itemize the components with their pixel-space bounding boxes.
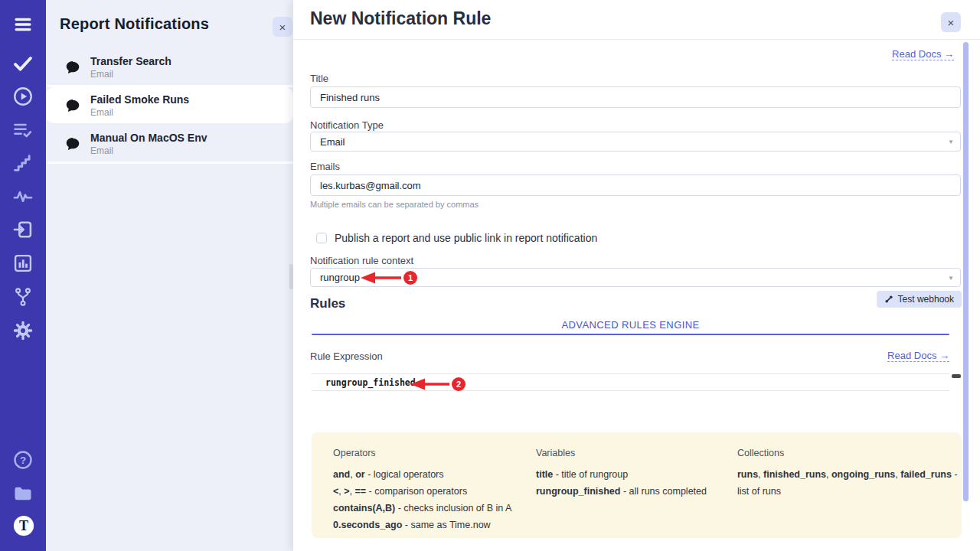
chat-bubble-icon [64,135,81,152]
modal-close-button[interactable]: × [941,12,961,32]
sidebar-item-check[interactable] [12,53,34,74]
help-line: 0.seconds_ago - same as Time.now [333,520,511,530]
sidebar-item-logo[interactable]: T [12,514,35,537]
help-line: title - title of rungroup [536,470,707,480]
notification-list: Transfer SearchEmailFailed Smoke RunsEma… [46,49,293,164]
close-icon: × [948,17,955,28]
help-column-operators: Operatorsand, or - logical operators<, >… [333,448,511,537]
rules-heading: Rules [310,296,345,311]
svg-text:T: T [19,518,28,533]
item-title: Transfer Search [90,55,172,67]
sign-in-icon [12,219,34,240]
webhook-icon [884,295,893,304]
sidebar-item-menu[interactable] [12,14,34,35]
emails-label: Emails [310,161,340,172]
sidebar-item-play[interactable] [12,86,34,107]
close-icon: × [279,21,286,33]
rule-expression-code: rungroup_finished [325,377,416,388]
help-column-heading: Collections [737,448,958,458]
help-line: rungroup_finished - all runs completed [536,487,707,497]
notification-type-value: Email [320,136,345,148]
title-input[interactable] [310,86,961,108]
list-item[interactable]: Failed Smoke RunsEmail [46,87,293,123]
help-line: <, >, == - comparison operators [333,487,511,497]
help-line: contains(A,B) - checks inclusion of B in… [333,504,511,514]
sidebar-item-sign-in[interactable] [12,219,34,240]
menu-icon [12,14,34,35]
item-title: Manual On MacOS Env [90,132,207,144]
emails-helper-text: Multiple emails can be separated by comm… [310,200,479,209]
help-icon: ? [12,449,34,471]
test-webhook-label: Test webhook [898,294,954,305]
help-column-collections: Collectionsruns, finished_runs, ongoing_… [737,448,958,504]
panel-close-button[interactable]: × [273,17,292,37]
help-line: runs, finished_runs, ongoing_runs, faile… [737,470,958,480]
notification-type-select[interactable]: Email ▼ [310,132,961,152]
item-title: Failed Smoke Runs [90,93,189,106]
read-docs-link-top[interactable]: Read Docs → [892,48,954,60]
modal-title: New Notification Rule [310,8,491,29]
bar-chart-icon [12,253,34,274]
publish-checkbox[interactable] [316,233,327,243]
sidebar-item-help[interactable]: ? [12,449,34,471]
list-item[interactable]: Manual On MacOS EnvEmail [46,126,293,161]
panel-resize-handle[interactable] [289,264,293,289]
activity-icon [12,186,34,207]
report-notifications-panel: Report Notifications × Transfer SearchEm… [46,0,293,551]
list-item[interactable]: Transfer SearchEmail [46,49,293,85]
main-scrollbar-thumb[interactable] [963,42,969,501]
svg-text:?: ? [20,455,26,466]
chevron-down-icon: ▼ [948,139,954,145]
title-label: Title [310,73,328,84]
help-column-heading: Operators [333,448,511,458]
chevron-down-icon: ▼ [948,274,954,281]
icon-sidebar: ?T [0,0,46,551]
rule-context-value: rungroup [320,272,360,283]
sidebar-item-activity[interactable] [12,186,34,207]
publish-checkbox-label: Publish a report and use public link in … [335,232,597,244]
sidebar-item-steps[interactable] [12,152,34,174]
test-webhook-button[interactable]: Test webhook [877,291,962,308]
steps-icon [12,152,34,174]
rule-expression-editor[interactable]: rungroup_finished [312,373,949,391]
folder-icon [12,483,34,504]
rule-expression-label: Rule Expression [310,350,383,362]
sidebar-item-list-check[interactable] [12,119,34,141]
rule-context-label: Notification rule context [310,255,413,266]
branch-icon [12,286,34,308]
rule-context-select[interactable]: rungroup ▼ [310,268,961,287]
chat-bubble-icon [64,59,81,76]
read-docs-link-rules[interactable]: Read Docs → [887,350,949,362]
tab-advanced-rules-engine[interactable]: ADVANCED RULES ENGINE [312,319,949,331]
item-subtitle: Email [90,145,207,156]
item-subtitle: Email [90,69,172,80]
rules-help-box: Operatorsand, or - logical operators<, >… [312,432,962,538]
help-line: and, or - logical operators [333,470,511,480]
chat-bubble-icon [64,97,81,114]
help-column-variables: Variablestitle - title of rungrouprungro… [536,448,707,504]
new-notification-rule-modal: New Notification Rule × Read Docs → Titl… [293,0,980,551]
editor-scrollbar-thumb[interactable] [952,374,961,378]
play-icon [12,86,34,107]
panel-title: Report Notifications [60,15,209,33]
sidebar-item-bar-chart[interactable] [12,253,34,274]
help-column-heading: Variables [536,448,707,458]
publish-checkbox-row: Publish a report and use public link in … [316,232,597,244]
help-line: list of runs [737,487,958,497]
list-check-icon [12,119,34,141]
sidebar-item-branch[interactable] [12,286,34,308]
item-subtitle: Email [90,107,189,118]
notification-type-label: Notification Type [310,119,384,131]
gear-icon [12,320,34,341]
emails-input[interactable] [310,174,961,196]
sidebar-item-gear[interactable] [12,320,34,341]
tab-underline [312,334,949,335]
logo-icon: T [12,514,35,537]
modal-header: New Notification Rule × [293,0,980,40]
sidebar-item-folder[interactable] [12,483,34,504]
check-icon [12,53,34,74]
